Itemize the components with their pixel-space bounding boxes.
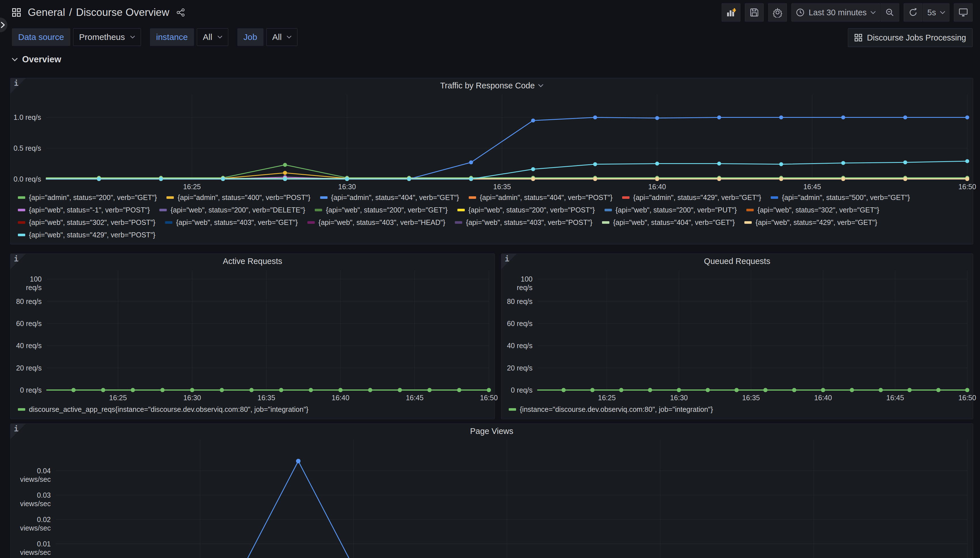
x-axis-label: 16:40: [637, 182, 677, 191]
panel-title-traffic[interactable]: Traffic by Response Code: [10, 78, 973, 93]
legend-swatch: [604, 209, 612, 211]
legend-label: {api="web", status="403", verb="GET"}: [176, 218, 298, 226]
breadcrumb-folder[interactable]: General: [28, 7, 65, 18]
x-axis-label: 16:45: [395, 394, 435, 402]
y-axis-label: 100 req/s: [504, 275, 532, 292]
legend-swatch: [18, 196, 25, 199]
y-axis-label: 60 req/s: [13, 319, 42, 328]
top-nav: General / Discourse Overview: [0, 0, 980, 25]
refresh-interval-picker[interactable]: 5s: [923, 3, 949, 21]
legend-item[interactable]: {api="admin", status="404", verb="GET"}: [320, 193, 459, 202]
breadcrumb[interactable]: General / Discourse Overview: [28, 7, 169, 18]
legend-item[interactable]: {api="web", status="429", verb="POST"}: [18, 230, 155, 240]
chevron-down-icon: [287, 36, 292, 39]
submenu-bar: Data source Prometheus instance All Job …: [0, 25, 980, 47]
datasource-value: Prometheus: [79, 32, 125, 42]
legend-item[interactable]: {api="admin", status="200", verb="GET"}: [18, 193, 157, 202]
y-axis-label: 0.01 views/sec: [13, 540, 51, 556]
legend-label: {api="web", status="302", verb="GET"}: [758, 206, 879, 214]
x-axis-label: 16:30: [659, 394, 699, 402]
gear-icon: [772, 7, 782, 18]
variable-label: instance: [150, 28, 194, 46]
jobs-link-label: Discourse Jobs Processing: [867, 33, 966, 43]
breadcrumb-separator: /: [69, 7, 72, 18]
legend-label: {api="web", status="429", verb="POST"}: [29, 231, 155, 239]
legend-label: {api="web", status="-1", verb="POST"}: [29, 206, 150, 214]
y-axis-label: 0 req/s: [504, 386, 532, 394]
legend-swatch: [602, 221, 609, 224]
y-axis-label: 20 req/s: [504, 364, 532, 372]
legend-item[interactable]: {api="web", status="403", verb="POST"}: [455, 218, 592, 227]
breadcrumb-dashboard[interactable]: Discourse Overview: [76, 7, 169, 18]
dashboard-settings-button[interactable]: [768, 3, 787, 21]
legend-swatch: [315, 209, 322, 211]
panel-title-pageviews[interactable]: Page Views: [10, 424, 973, 438]
job-picker[interactable]: All: [266, 28, 298, 46]
panel-page-views: i Page Views 0.01 views/sec0.02 views/se…: [10, 423, 973, 558]
legend-swatch: [159, 209, 167, 211]
legend-item[interactable]: {api="admin", status="500", verb="GET"}: [771, 193, 910, 202]
save-dashboard-button[interactable]: [745, 3, 764, 21]
legend-item[interactable]: {api="web", status="404", verb="GET"}: [602, 218, 735, 227]
time-range-label: Last 30 minutes: [809, 8, 867, 17]
legend-item[interactable]: {api="web", status="200", verb="DELETE"}: [159, 205, 305, 215]
active-requests-chart-plot[interactable]: 0 req/s20 req/s40 req/s60 req/s80 req/s1…: [13, 270, 492, 402]
chevron-right-icon: [0, 21, 5, 28]
chevron-down-icon: [217, 36, 222, 39]
legend-item[interactable]: discourse_active_app_reqs{instance="disc…: [18, 404, 308, 414]
legend-label: {api="admin", status="404", verb="GET"}: [331, 194, 459, 202]
page-views-chart-plot[interactable]: 0.01 views/sec0.02 views/sec0.03 views/s…: [13, 440, 971, 558]
legend-label: {api="admin", status="404", verb="POST"}: [480, 194, 613, 202]
refresh-button[interactable]: [904, 3, 922, 21]
chevron-down-icon: [130, 36, 135, 39]
legend-item[interactable]: {api="admin", status="404", verb="POST"}: [469, 193, 613, 202]
y-axis-label: 100 req/s: [13, 275, 42, 292]
legend-item[interactable]: {api="web", status="403", verb="GET"}: [165, 218, 298, 227]
queued-requests-chart-plot[interactable]: 0 req/s20 req/s40 req/s60 req/s80 req/s1…: [504, 270, 971, 402]
share-icon[interactable]: [176, 8, 185, 17]
instance-picker[interactable]: All: [197, 28, 228, 46]
time-range-picker[interactable]: Last 30 minutes: [791, 3, 880, 21]
refresh-group: 5s: [904, 3, 949, 21]
legend-item[interactable]: {api="web", status="403", verb="HEAD"}: [307, 218, 445, 227]
discourse-jobs-link[interactable]: Discourse Jobs Processing: [848, 28, 973, 47]
chevron-down-icon: [12, 58, 18, 61]
active-requests-legend: discourse_active_app_reqs{instance="disc…: [18, 404, 486, 414]
row-overview[interactable]: Overview: [0, 47, 980, 65]
legend-item[interactable]: {api="web", status="302", verb="POST"}: [18, 218, 155, 227]
x-axis-label: 16:25: [172, 182, 212, 191]
legend-item[interactable]: {api="web", status="302", verb="GET"}: [746, 205, 879, 215]
traffic-chart-plot[interactable]: 0.0 req/s0.5 req/s1.0 req/s16:2516:3016:…: [13, 95, 971, 191]
legend-item[interactable]: {api="web", status="429", verb="GET"}: [744, 218, 877, 227]
legend-label: {api="web", status="200", verb="PUT"}: [616, 206, 737, 214]
legend-item[interactable]: {api="web", status="200", verb="POST"}: [457, 205, 595, 215]
panel-title-text: Traffic by Response Code: [440, 81, 535, 90]
legend-label: {api="web", status="200", verb="POST"}: [468, 206, 595, 214]
legend-swatch: [771, 196, 778, 199]
legend-item[interactable]: {api="web", status="200", verb="GET"}: [315, 205, 448, 215]
zoom-out-button[interactable]: [881, 3, 899, 21]
x-axis-label: 16:30: [172, 394, 212, 402]
legend-swatch: [18, 408, 25, 411]
save-icon: [749, 8, 759, 17]
grid-icon: [854, 34, 862, 42]
y-axis-label: 1.0 req/s: [13, 113, 41, 121]
legend-item[interactable]: {api="admin", status="400", verb="POST"}: [166, 193, 310, 202]
legend-label: {api="web", status="404", verb="GET"}: [613, 218, 735, 226]
panel-title-active[interactable]: Active Requests: [10, 254, 494, 269]
y-axis-label: 0.04 views/sec: [13, 466, 51, 484]
clock-icon: [796, 8, 805, 17]
legend-item[interactable]: {api="web", status="-1", verb="POST"}: [18, 205, 150, 215]
legend-item[interactable]: {api="admin", status="429", verb="GET"}: [622, 193, 761, 202]
panel-title-queued[interactable]: Queued Requests: [501, 254, 973, 269]
legend-swatch: [18, 221, 25, 224]
kiosk-mode-button[interactable]: [954, 3, 973, 21]
legend-item[interactable]: {instance="discourse.dev.observiq.com:80…: [509, 404, 713, 414]
legend-item[interactable]: {api="web", status="200", verb="PUT"}: [604, 205, 737, 215]
x-axis-label: 16:35: [246, 394, 286, 402]
variable-datasource: Data source Prometheus: [12, 28, 141, 46]
grid-icon[interactable]: [12, 8, 21, 17]
datasource-picker[interactable]: Prometheus: [73, 28, 141, 46]
add-panel-button[interactable]: [722, 3, 740, 21]
queued-requests-legend: {instance="discourse.dev.observiq.com:80…: [509, 404, 962, 414]
